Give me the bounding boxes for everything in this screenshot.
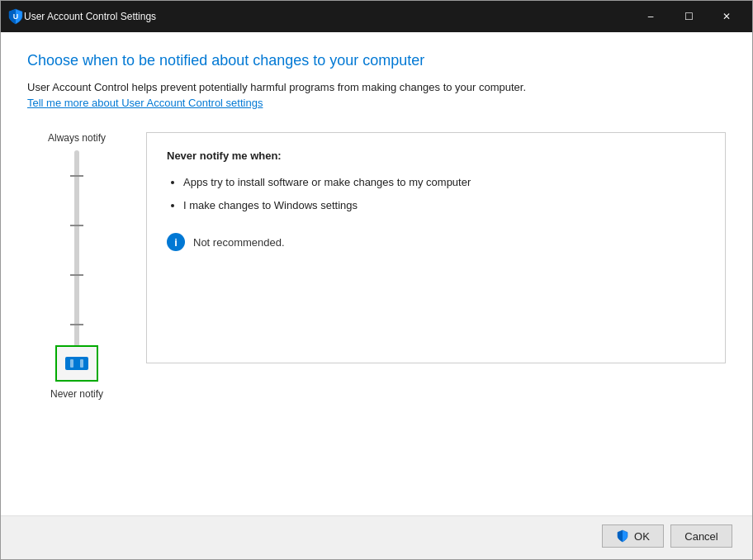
slider-track-wrapper[interactable] — [52, 150, 102, 382]
bullet-list: Apps try to install software or make cha… — [167, 175, 705, 213]
tick-4 — [70, 324, 83, 325]
tick-1 — [70, 175, 83, 177]
window-title: User Account Control Settings — [24, 11, 632, 22]
description-text: User Account Control helps prevent poten… — [27, 81, 726, 93]
slider-bottom-label: Never notify — [50, 388, 103, 400]
footer: OK Cancel — [1, 515, 752, 559]
ok-button[interactable]: OK — [602, 524, 664, 548]
content-area: Choose when to be notified about changes… — [1, 32, 752, 515]
info-panel: Never notify me when: Apps try to instal… — [146, 132, 726, 363]
slider-thumb-box[interactable] — [55, 345, 98, 382]
ok-label: OK — [634, 530, 650, 543]
title-bar: U User Account Control Settings – ☐ ✕ — [1, 1, 752, 32]
slider-thumb — [65, 357, 88, 370]
learn-more-link[interactable]: Tell me more about User Account Control … — [27, 97, 726, 109]
bullet-item-1: Apps try to install software or make cha… — [183, 175, 705, 190]
slider-column: Always notify Never notify — [27, 132, 126, 400]
svg-text:U: U — [13, 12, 19, 21]
info-note: i Not recommended. — [167, 233, 705, 251]
tick-3 — [70, 274, 83, 276]
cancel-button[interactable]: Cancel — [670, 524, 732, 548]
shield-ok-icon — [616, 529, 629, 543]
window: U User Account Control Settings – ☐ ✕ Ch… — [0, 0, 753, 560]
bullet-item-2: I make changes to Windows settings — [183, 198, 705, 213]
maximize-button[interactable]: ☐ — [670, 1, 708, 32]
main-area: Always notify Never notify — [27, 132, 726, 502]
info-circle-icon: i — [167, 233, 185, 251]
info-panel-title: Never notify me when: — [167, 149, 705, 162]
slider-thumb-container — [55, 345, 98, 382]
page-heading: Choose when to be notified about changes… — [27, 52, 726, 69]
close-button[interactable]: ✕ — [708, 1, 746, 32]
info-note-text: Not recommended. — [193, 236, 285, 249]
minimize-button[interactable]: – — [632, 1, 670, 32]
slider-top-label: Always notify — [48, 132, 106, 144]
window-controls: – ☐ ✕ — [632, 1, 746, 32]
tick-2 — [70, 225, 83, 226]
app-icon: U — [7, 8, 24, 25]
